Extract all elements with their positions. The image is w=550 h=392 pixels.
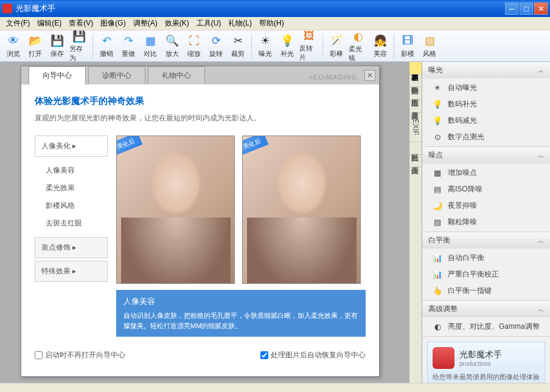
panel-header-曝光[interactable]: 曝光︽ <box>422 62 550 78</box>
toolbar-另存为[interactable]: 💾另存为 <box>69 32 89 61</box>
preview-image-after: 美化后 <box>242 136 361 284</box>
wizard-description: 直观的为您展现光影的神奇效果，让您在最短的时间内成为光影达人。 <box>35 113 366 123</box>
wizard-close-button[interactable]: ✕ <box>364 70 375 81</box>
checkbox-no-open-input[interactable] <box>35 351 43 359</box>
panel-item-夜景抑噪[interactable]: 🌙夜景抑噪 <box>422 198 550 214</box>
panel-item-数码补光[interactable]: 💡数码补光 <box>422 96 550 112</box>
panel-item-自动曝光[interactable]: ☀自动曝光 <box>422 80 550 96</box>
toolbar-对比[interactable]: ▦对比 <box>140 32 161 61</box>
toolbar-影楼[interactable]: 🎞影楼 <box>397 32 418 61</box>
toolbar-撤销[interactable]: ↶撤销 <box>96 32 117 61</box>
toolbar-保存[interactable]: 💾保存 <box>47 32 68 61</box>
panel-header-白平衡[interactable]: 白平衡︽ <box>422 232 550 249</box>
toolbar-裁剪[interactable]: ✂裁剪 <box>228 32 248 61</box>
side-tab-便捷工具[interactable]: 便捷工具 <box>409 100 422 113</box>
portrait-item[interactable]: 柔光效果 <box>46 179 108 197</box>
menu-item[interactable]: 图像(G) <box>97 17 129 30</box>
panel-item-白平衡一指键[interactable]: 👆白平衡一指键 <box>422 283 550 299</box>
menu-item[interactable]: 编辑(E) <box>33 17 65 30</box>
menu-item[interactable]: 工具(U) <box>193 17 225 30</box>
panel-header-高级调整[interactable]: 高级调整︽ <box>422 301 550 317</box>
panel-item-数字点测光[interactable]: ⊙数字点测光 <box>422 129 550 145</box>
toolbar-补光[interactable]: 💡补光 <box>277 32 298 61</box>
portrait-item[interactable]: 去斑去红眼 <box>46 215 108 232</box>
toolbar-label: 影楼 <box>401 49 414 58</box>
menu-item[interactable]: 礼物(L) <box>225 17 256 30</box>
item-icon: ▦ <box>432 168 443 178</box>
menu-item[interactable]: 帮助(H) <box>256 17 288 30</box>
panel-item-增加噪点[interactable]: ▦增加噪点 <box>422 165 550 181</box>
category-decoration[interactable]: 装点修饰 ▸ <box>35 237 108 258</box>
window-title: 光影魔术手 <box>16 3 505 14</box>
panel-item-高ISO降噪[interactable]: ▤高ISO降噪 <box>422 181 550 198</box>
item-icon: 🌙 <box>432 201 443 211</box>
side-tab-操作历史[interactable]: 操作历史 <box>409 155 422 168</box>
side-tab-基本调整[interactable]: 基本调整 <box>409 62 422 75</box>
portrait-item[interactable]: 人像美容 <box>46 162 108 179</box>
menu-item[interactable]: 文件(F) <box>2 17 33 30</box>
item-icon: 💡 <box>432 116 443 126</box>
item-icon: 💡 <box>432 100 443 109</box>
side-tab-EXIF[interactable]: EXIF <box>409 113 422 142</box>
side-tab-数码暗房[interactable]: 数码暗房 <box>409 75 422 88</box>
撤销-icon: ↶ <box>99 33 114 48</box>
wizard-tab-向导中心[interactable]: 向导中心 <box>29 66 86 84</box>
app-icon <box>2 4 12 13</box>
toolbar-浏览[interactable]: 👁浏览 <box>3 32 24 61</box>
checkbox-no-open[interactable]: 启动时不再打开向导中心 <box>35 350 125 360</box>
menu-item[interactable]: 查看(V) <box>65 17 97 30</box>
panel-item-数码减光[interactable]: 💡数码减光 <box>422 112 550 129</box>
toolbar-label: 另存为 <box>69 44 89 63</box>
maximize-button[interactable]: □ <box>520 2 533 15</box>
side-tab-光影社区[interactable]: 光影社区 <box>409 142 422 155</box>
category-effects[interactable]: 特殊效果 ▸ <box>35 261 108 282</box>
side-tab-边框图层[interactable]: 边框图层 <box>409 88 422 100</box>
portrait-item[interactable]: 影楼风格 <box>46 197 108 215</box>
toolbar-label: 缩放 <box>187 49 201 58</box>
title-bar: 光影魔术手 ─ □ ✕ <box>0 0 550 17</box>
toolbar-label: 浏览 <box>7 49 20 58</box>
toolbar-曝光[interactable]: ☀曝光 <box>255 32 276 61</box>
toolbar-风格[interactable]: ▧风格 <box>419 32 440 61</box>
toolbar-放大[interactable]: 🔍放大 <box>162 32 183 61</box>
panel-item-颗粒降噪[interactable]: ▨颗粒降噪 <box>422 214 550 230</box>
menu-item[interactable]: 调整(A) <box>130 17 161 30</box>
toolbar-label: 撤销 <box>100 49 113 58</box>
panel-header-噪点[interactable]: 噪点︽ <box>422 147 550 163</box>
toolbar-彩棒[interactable]: 🪄彩棒 <box>326 32 347 61</box>
promo-box[interactable]: 光影魔术手 productions 给您带来最简便易用的图像处理体验 <box>427 342 545 383</box>
menu-item[interactable]: 效果(K) <box>161 17 193 30</box>
item-icon: 👆 <box>432 286 443 296</box>
promo-icon <box>433 347 454 369</box>
toolbar-柔光镜[interactable]: ◐柔光镜 <box>348 32 369 61</box>
toolbar-重做[interactable]: ↷重做 <box>118 32 139 61</box>
category-portrait[interactable]: 人像美化 ▸ <box>35 136 108 157</box>
preview-image-before: 美化后 <box>116 136 235 284</box>
toolbar-打开[interactable]: 📂打开 <box>25 32 46 61</box>
toolbar-label: 裁剪 <box>231 49 245 58</box>
checkbox-restore[interactable]: 处理图片后自动恢复向导中心 <box>260 350 366 360</box>
panel-item-自动白平衡[interactable]: 📊自动白平衡 <box>422 250 550 266</box>
item-icon: 📊 <box>432 253 443 263</box>
toolbar-label: 对比 <box>144 49 157 58</box>
toolbar-缩放[interactable]: ⛶缩放 <box>184 32 204 61</box>
toolbar-美容[interactable]: 👧美容 <box>370 32 391 61</box>
toolbar-separator <box>251 34 252 58</box>
collapse-icon: ︽ <box>538 305 544 314</box>
柔光镜-icon: ◐ <box>351 30 366 43</box>
toolbar-label: 保存 <box>50 49 64 58</box>
wizard-tab-礼物中心[interactable]: 礼物中心 <box>148 66 205 84</box>
status-bar <box>0 383 550 392</box>
minimize-button[interactable]: ─ <box>505 2 518 15</box>
checkbox-restore-input[interactable] <box>260 351 268 359</box>
panel-item-亮度、对比度、Gamma调整[interactable]: ◐亮度、对比度、Gamma调整 <box>422 318 550 335</box>
wizard-title: 体验光影魔术手的神奇效果 <box>35 95 366 107</box>
panel-item-严重白平衡校正[interactable]: 📊严重白平衡校正 <box>422 266 550 283</box>
wizard-brand: nEOiMAGING <box>302 70 364 84</box>
toolbar-label: 补光 <box>280 49 294 58</box>
close-button[interactable]: ✕ <box>534 2 548 15</box>
toolbar-separator <box>92 34 93 58</box>
toolbar-旋转[interactable]: ⟳旋转 <box>206 32 226 61</box>
toolbar-反转片[interactable]: 🖼反转片 <box>299 32 319 61</box>
wizard-tab-诊断中心[interactable]: 诊断中心 <box>88 66 145 84</box>
